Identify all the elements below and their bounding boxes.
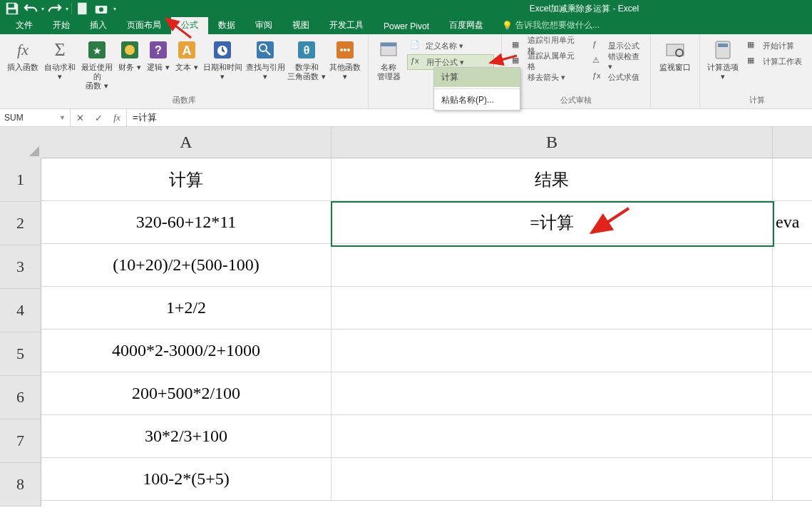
cell-C3[interactable] — [773, 244, 812, 287]
tab-insert[interactable]: 插入 — [80, 16, 117, 34]
tell-me-search[interactable]: 💡 告诉我您想要做什么... — [502, 16, 600, 34]
cell-A4[interactable]: 1+2/2 — [41, 287, 332, 330]
row-header-8[interactable]: 8 — [0, 463, 41, 506]
tab-home[interactable]: 开始 — [43, 16, 80, 34]
error-check-icon: ⚠ — [592, 56, 604, 67]
cell-B7[interactable] — [332, 415, 773, 458]
insert-function-button[interactable]: fx 插入函数 — [4, 37, 41, 91]
cell-C7[interactable] — [773, 415, 812, 458]
formula-bar: SUM ▼ ✕ ✓ fx =计算 — [0, 109, 812, 127]
show-formulas-button[interactable]: ƒ显示公式 — [590, 39, 643, 53]
redo-icon[interactable] — [47, 1, 63, 16]
tab-data[interactable]: 数据 — [208, 16, 245, 34]
cell-A5[interactable]: 4000*2-3000/2+1000 — [41, 330, 332, 372]
name-box-dropdown-icon[interactable]: ▼ — [59, 114, 66, 121]
tab-baidu[interactable]: 百度网盘 — [439, 16, 493, 34]
tab-power-pivot[interactable]: Power Pivot — [374, 19, 439, 34]
formula-input[interactable]: =计算 — [127, 109, 812, 126]
datetime-button[interactable]: 日期和时间 ▾ — [201, 37, 244, 91]
col-header-C[interactable] — [773, 127, 812, 158]
cell-A6[interactable]: 200+500*2/100 — [41, 372, 332, 415]
name-manager-icon — [377, 39, 400, 61]
cell-A3[interactable]: (10+20)/2+(500-100) — [41, 244, 332, 287]
name-manager-button[interactable]: 名称管理器 — [373, 37, 404, 87]
cell-C8[interactable] — [773, 458, 812, 501]
cell-A8[interactable]: 100-2*(5+5) — [41, 458, 332, 501]
tab-file[interactable]: 文件 — [6, 16, 43, 34]
cell-B1[interactable]: 结果 — [332, 158, 773, 201]
error-check-button[interactable]: ⚠错误检查 ▾ — [590, 54, 643, 68]
more-icon: ••• — [334, 39, 356, 61]
select-all-corner[interactable] — [0, 127, 42, 159]
cell-C5[interactable] — [773, 330, 812, 372]
row-header-6[interactable]: 6 — [0, 376, 41, 419]
name-box-value: SUM — [4, 113, 24, 123]
svg-text:★: ★ — [93, 45, 102, 56]
cell-B2[interactable]: =计算 — [332, 201, 773, 244]
cell-B4[interactable] — [332, 287, 773, 330]
evaluate-formula-button[interactable]: ƒx公式求值 — [590, 70, 643, 84]
tab-view[interactable]: 视图 — [282, 16, 319, 34]
group-label-calc: 计算 — [704, 93, 810, 107]
cell-A1[interactable]: 计算 — [41, 158, 332, 201]
camera-icon[interactable] — [93, 1, 109, 16]
new-file-icon[interactable] — [75, 1, 91, 16]
cell-B8[interactable] — [332, 458, 773, 501]
row-header-1[interactable]: 1 — [0, 158, 41, 202]
more-functions-button[interactable]: ••• 其他函数 ▾ — [327, 37, 364, 91]
save-icon[interactable] — [4, 1, 20, 16]
watch-window-button[interactable]: 监视窗口 — [655, 37, 695, 72]
calc-options-icon — [711, 39, 734, 61]
group-formula-auditing: ▦追踪引用单元格 ▦追踪从属单元格 ✕移去箭头 ▾ ƒ显示公式 ⚠错误检查 ▾ … — [502, 34, 651, 108]
lookup-button[interactable]: 查找与引用 ▾ — [244, 37, 287, 91]
tab-review[interactable]: 审阅 — [245, 16, 282, 34]
svg-text:θ: θ — [304, 44, 310, 56]
insert-function-fx-button[interactable]: fx — [108, 112, 126, 123]
cell-C4[interactable] — [773, 287, 812, 330]
watch-icon — [664, 39, 687, 61]
trace-dependents-button[interactable]: ▦追踪从属单元格 — [509, 54, 584, 68]
cell-B3[interactable] — [332, 244, 773, 287]
tab-developer[interactable]: 开发工具 — [319, 16, 374, 34]
col-header-B[interactable]: B — [332, 127, 773, 158]
col-header-A[interactable]: A — [41, 127, 332, 158]
logical-button[interactable]: ? 逻辑 ▾ — [144, 37, 173, 91]
math-trig-button[interactable]: θ 数学和三角函数 ▾ — [287, 37, 327, 91]
define-name-button[interactable]: 📄定义名称 ▾ — [407, 39, 494, 53]
define-name-icon: 📄 — [410, 40, 421, 51]
row-header-5[interactable]: 5 — [0, 332, 41, 376]
row-header-7[interactable]: 7 — [0, 419, 41, 463]
calc-options-button[interactable]: 计算选项 ▾ — [704, 37, 741, 81]
show-formulas-icon: ƒ — [592, 40, 604, 51]
title-bar: ▾ ▾ ▾ Excel加减乘除多运算 - Excel — [0, 0, 812, 17]
cell-A2[interactable]: 320-60+12*11 — [41, 201, 332, 244]
recent-functions-button[interactable]: ★ 最近使用的函数 ▾ — [78, 37, 115, 91]
name-box[interactable]: SUM ▼ — [0, 109, 71, 126]
cell-C6[interactable] — [773, 372, 812, 415]
use-in-formula-dropdown: 计算 粘贴名称(P)... — [433, 67, 520, 111]
cancel-formula-button[interactable]: ✕ — [71, 113, 89, 123]
calculate-sheet-button[interactable]: ▦计算工作表 — [744, 54, 807, 68]
undo-icon[interactable] — [23, 1, 38, 16]
financial-button[interactable]: 财务 ▾ — [115, 37, 144, 91]
tab-formulas[interactable]: 公式 — [171, 16, 208, 34]
column-headers: A B — [41, 127, 812, 158]
svg-rect-0 — [9, 4, 14, 8]
enter-formula-button[interactable]: ✓ — [89, 113, 108, 123]
dropdown-item-calc[interactable]: 计算 — [434, 68, 520, 87]
row-header-3[interactable]: 3 — [0, 245, 41, 289]
cell-B5[interactable] — [332, 330, 773, 372]
cell-C2[interactable]: eva — [773, 201, 812, 244]
row-header-2[interactable]: 2 — [0, 202, 41, 245]
dropdown-item-paste-names[interactable]: 粘贴名称(P)... — [434, 91, 520, 110]
tab-page-layout[interactable]: 页面布局 — [117, 16, 171, 34]
autosum-button[interactable]: Σ 自动求和▾ — [41, 37, 78, 91]
cell-A7[interactable]: 30*2/3+100 — [41, 415, 332, 458]
calculate-now-button[interactable]: ▦开始计算 — [744, 39, 807, 53]
cell-C1[interactable] — [773, 158, 812, 201]
row-header-4[interactable]: 4 — [0, 289, 41, 332]
svg-rect-26 — [718, 44, 728, 47]
cell-B6[interactable] — [332, 372, 773, 415]
text-button[interactable]: A 文本 ▾ — [173, 37, 201, 91]
svg-rect-2 — [78, 3, 86, 15]
